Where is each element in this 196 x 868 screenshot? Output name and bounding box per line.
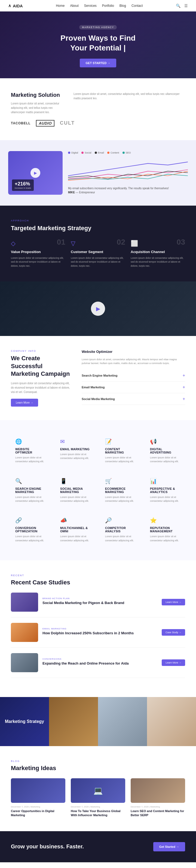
ecommerce-icon: 🛒 [105, 478, 136, 484]
campaign-left: COMPANY INFO We Create Successful Market… [11, 350, 71, 407]
video-section: ▶ [0, 281, 196, 336]
grid-cell-notes [147, 697, 196, 746]
blog-date-1: December 7, 2020 | Marketing [11, 806, 65, 808]
logo[interactable]: ∧ AIDA [8, 3, 23, 8]
service-title-4: Search Engine Marketing [15, 487, 46, 494]
strategy-card-3: 03 ⬜ Acquisition Channel Lorem ipsum dol… [131, 240, 185, 268]
case-btn-1[interactable]: Learn More → [162, 599, 185, 606]
legend-social: Social [81, 151, 91, 154]
video-play-button[interactable]: ▶ [91, 302, 105, 316]
social-media-icon: 📱 [60, 478, 91, 484]
campaign-btn[interactable]: Learn More → [11, 399, 38, 407]
service-title-7: Perspective & Analytics [150, 487, 181, 494]
service-text-2: Lorem ipsum dolor sit et consectetur adi… [105, 456, 136, 464]
search-engine-icon: 🔍 [15, 478, 46, 484]
nav-services[interactable]: Services [84, 4, 96, 8]
legend-content: Content [107, 151, 119, 154]
case-image-3 [11, 653, 38, 672]
search-button[interactable]: 🔍 [176, 4, 181, 8]
case-content-3: Conversions Expanding the Reach and Onli… [42, 658, 157, 668]
blog-post-title-1[interactable]: Career Opportunities in Digital Marketin… [11, 809, 65, 817]
logo-icon: ∧ [8, 3, 11, 8]
blog-post-title-2[interactable]: How To Take Your Business Global With In… [71, 809, 125, 817]
case-studies-section: RECENT Recent Case Studies Brand Action … [0, 560, 196, 697]
blog-post-title-3[interactable]: Learn SEO and Content Marketing for Bett… [131, 809, 185, 817]
accordion-item-1[interactable]: Search Engine Marketing + [82, 370, 185, 381]
blog-image-3 [131, 778, 185, 803]
grid-cell-laptop [98, 697, 147, 746]
service-title-9: Multichannel & Omni [60, 526, 91, 533]
service-text-4: Lorem ipsum dolor sit et consectetur adi… [15, 495, 46, 503]
legend-digital: Digital [68, 151, 78, 154]
partner-logos: TACOBELL AUDIO CULT [11, 120, 185, 127]
analytics-stat: +216% increase in leads [12, 180, 34, 191]
hero-cta-button[interactable]: GET STARTED → [80, 59, 117, 67]
marketing-description-right: Lorem ipsum dolor sit amet, consectetur … [74, 92, 185, 101]
service-title-11: Reputation Management [150, 526, 181, 533]
nav-home[interactable]: Home [56, 4, 65, 8]
marketing-strategy-text: Marketing Strategy [5, 719, 44, 724]
nav-about[interactable]: About [70, 4, 78, 8]
service-title-8: Conversion Optimization [15, 526, 46, 533]
logo-cult: CULT [60, 120, 75, 126]
nav-actions: 🔍 ☰ [176, 4, 188, 8]
hero-badge: Marketing Agency [79, 25, 117, 29]
service-title-1: Email Marketing [60, 447, 91, 451]
marketing-title: Marketing Solution [11, 92, 65, 98]
cases-label: RECENT [11, 574, 185, 577]
blog-label: BLOG [11, 760, 185, 763]
cta-title: Grow your business. Faster. [11, 843, 84, 850]
service-content: 📝 Content Marketing Lorem ipsum dolor si… [101, 434, 140, 468]
accordion-item-3[interactable]: Social Media Marketing + [82, 393, 185, 405]
multichannel-icon: 📣 [60, 517, 91, 524]
services-grid: 🌐 Website Optimizer Lorem ipsum dolor si… [11, 434, 185, 547]
services-section: 🌐 Website Optimizer Lorem ipsum dolor si… [0, 420, 196, 560]
nav-portfolio[interactable]: Portfolio [102, 4, 114, 8]
chevron-down-icon-3: + [183, 397, 185, 401]
service-reputation: ⭐ Reputation Management Lorem ipsum dolo… [146, 513, 185, 547]
case-btn-2[interactable]: Case Study → [162, 629, 185, 636]
case-category-1: Brand Action Plan [42, 597, 157, 600]
service-competitor: 🔎 Competitor Analysis Lorem ipsum dolor … [101, 513, 140, 547]
case-title-2: How Dolphin Increased 250% Subscribers i… [42, 631, 157, 636]
service-search: 🔍 Search Engine Marketing Lorem ipsum do… [11, 473, 50, 507]
campaign-right-title: Website Optimizer [82, 350, 185, 354]
nav-blog[interactable]: Blog [119, 4, 126, 8]
play-button[interactable]: ▶ [31, 168, 40, 178]
cta-button[interactable]: Get Started → [153, 842, 185, 851]
legend-seo: SEO [122, 151, 131, 154]
nav-contact[interactable]: Contact [131, 4, 143, 8]
chevron-down-icon: + [183, 373, 185, 378]
nav-links: Home About Services Portfolio Blog Conta… [56, 4, 143, 8]
blog-post-3: December 7, 2020 | Marketing Learn SEO a… [131, 778, 185, 817]
service-title-10: Competitor Analysis [105, 526, 136, 533]
case-image-1 [11, 593, 38, 612]
service-digital: 📢 Digital Advertising Lorem ipsum dolor … [146, 434, 185, 468]
blog-title: Marketing Ideas [11, 765, 185, 772]
strategy-title: Targeted Marketing Strategy [11, 225, 185, 232]
service-text-5: Lorem ipsum dolor sit et consectetur adi… [60, 495, 91, 503]
blog-date-3: December 7, 2020 | Marketing [131, 806, 185, 808]
cases-title: Recent Case Studies [11, 579, 185, 586]
service-text-8: Lorem ipsum dolor sit et consectetur adi… [15, 534, 46, 542]
navbar: ∧ AIDA Home About Services Portfolio Blo… [0, 0, 196, 11]
logo-audio: AUDIO [36, 120, 54, 127]
strategy-card-2: 02 ▽ Customer Segment Lorem ipsum dolor … [71, 240, 125, 268]
analytics-right: Digital Social Email Content SEO [68, 151, 188, 194]
strategy-card-title-3: Acquisition Channel [131, 250, 185, 254]
analytics-icon: 📊 [150, 478, 181, 484]
image-grid: Marketing Strategy [0, 697, 196, 746]
hero-title: Proven Ways to Find Your Potential | [52, 33, 144, 53]
service-analytics: 📊 Perspective & Analytics Lorem ipsum do… [146, 473, 185, 507]
service-text-7: Lorem ipsum dolor sit et consectetur adi… [150, 495, 181, 503]
hero-section: Marketing Agency Proven Ways to Find You… [0, 11, 196, 78]
accordion-item-2[interactable]: Email Marketing + [82, 381, 185, 393]
service-text-9: Lorem ipsum dolor sit et consectetur adi… [60, 534, 91, 542]
analytics-section: ▶ +216% increase in leads Digital Social… [0, 140, 196, 206]
menu-button[interactable]: ☰ [184, 4, 188, 8]
service-title-3: Digital Advertising [150, 447, 181, 454]
case-item-1: Brand Action Plan Social Media Marketing… [11, 593, 185, 617]
legend-email: Email [95, 151, 104, 154]
case-btn-3[interactable]: Learn More → [162, 659, 185, 666]
marketing-solution-section: Marketing Solution Lorem ipsum dolor sit… [0, 78, 196, 140]
